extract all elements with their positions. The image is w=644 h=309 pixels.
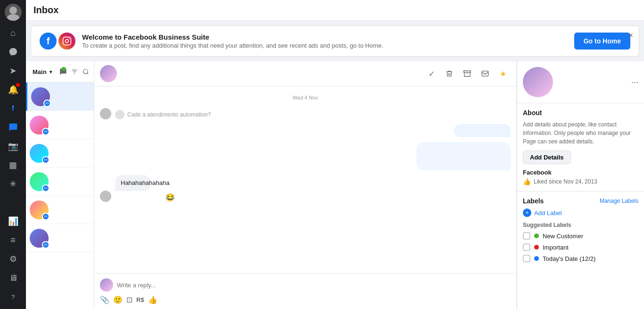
inbox-filter-dropdown[interactable]: Main ▼ xyxy=(30,67,56,77)
help-icon[interactable]: ? xyxy=(5,288,22,305)
content-row: Main ▼ m xyxy=(26,61,644,309)
inbox-list: Main ▼ m xyxy=(26,61,94,309)
reply-input-row xyxy=(100,278,511,292)
liked-since-text: Liked since Nov 24, 2013 xyxy=(534,178,597,185)
right-panel: ··· About Add details about people, like… xyxy=(517,61,644,309)
analytics-icon[interactable]: 📊 xyxy=(5,213,22,230)
delete-button[interactable] xyxy=(442,66,457,81)
conversation-header: ✓ ★ xyxy=(94,61,516,86)
label-item-new-customer: New Customer xyxy=(523,232,638,240)
conversation-item[interactable]: m xyxy=(26,111,94,139)
send-icon[interactable]: ➤ xyxy=(5,62,22,79)
profile-avatar xyxy=(523,67,553,97)
welcome-banner: f Welcome to Facebook Business Suite To … xyxy=(31,25,639,57)
main-wrapper: Inbox f Welcome to Facebook Business Sui… xyxy=(26,0,644,309)
message-avatar xyxy=(100,108,111,119)
banner-logos: f xyxy=(40,33,75,50)
label-item-important: Important xyxy=(523,243,638,251)
label-item-today: Today's Date (12/2) xyxy=(523,255,638,262)
template-button[interactable]: ⊡ xyxy=(126,295,132,304)
conversation-item[interactable]: m xyxy=(26,167,94,196)
user-avatar[interactable] xyxy=(5,4,22,21)
conv-avatar: m xyxy=(30,200,49,219)
add-label-button[interactable]: + Add Label xyxy=(523,209,638,217)
banner-description: To create a post, find any additional th… xyxy=(82,42,568,49)
message-text: Hahahahahahaha xyxy=(121,179,169,186)
mark-done-button[interactable]: ✓ xyxy=(424,66,439,81)
svg-point-0 xyxy=(9,7,17,14)
suggested-labels-title: Suggested Labels xyxy=(523,222,638,228)
about-section: About Add details about people, like con… xyxy=(517,103,644,192)
conversation-item[interactable]: m xyxy=(26,196,94,224)
conv-avatar: m xyxy=(30,229,49,248)
reply-user-avatar xyxy=(100,278,113,292)
banner-close-button[interactable]: × xyxy=(628,31,633,41)
home-icon[interactable]: ⌂ xyxy=(5,25,22,42)
message-reaction: 😂 xyxy=(165,193,175,202)
label-text: New Customer xyxy=(543,233,583,240)
automation-message: Cade a atendimento automation? xyxy=(115,110,211,119)
reply-box: 📎 🙂 ⊡ R$ 👍 xyxy=(94,273,516,309)
more-options-button[interactable]: ··· xyxy=(631,77,638,87)
messenger-icon[interactable] xyxy=(5,43,22,60)
email-button[interactable] xyxy=(478,66,493,81)
currency-button[interactable]: R$ xyxy=(136,296,144,303)
platform-badge-messenger: m xyxy=(42,128,50,135)
inbox-active-icon[interactable] xyxy=(5,119,22,136)
star-button[interactable]: ★ xyxy=(495,66,511,81)
search-inbox-button[interactable] xyxy=(82,65,90,78)
instagram-icon[interactable]: 📷 xyxy=(5,138,22,155)
message-bubble: Hahahahahahaha xyxy=(115,175,151,191)
conversation-panel: ✓ ★ Wed 4 Nov xyxy=(94,61,517,309)
attachment-button[interactable]: 📎 xyxy=(100,295,109,304)
message-row xyxy=(100,142,511,170)
pages-icon[interactable]: ▦ xyxy=(5,157,22,174)
svg-point-8 xyxy=(83,69,88,74)
facebook-page-icon[interactable]: f xyxy=(5,100,22,117)
new-message-button[interactable] xyxy=(59,65,67,78)
archive-button[interactable] xyxy=(460,66,475,81)
platform-badge-messenger: m xyxy=(42,156,50,164)
contact-avatar xyxy=(100,65,117,82)
platform-badge-messenger: m xyxy=(42,213,50,220)
inbox-toolbar: Main ▼ xyxy=(26,61,94,83)
label-checkbox[interactable] xyxy=(523,255,530,262)
message-row xyxy=(100,124,511,137)
automation-icon xyxy=(115,110,124,119)
conversation-messages: Wed 4 Nov Cade a atendimento automation? xyxy=(94,86,516,273)
label-color-dot xyxy=(534,234,539,238)
hamburger-menu-icon[interactable]: ≡ xyxy=(5,232,22,249)
asterisk-icon[interactable]: ✳ xyxy=(5,175,22,192)
platform-badge-messenger: m xyxy=(42,241,50,249)
label-text: Today's Date (12/2) xyxy=(543,255,595,262)
conversation-item[interactable]: m xyxy=(26,139,94,167)
message-bubble xyxy=(416,142,511,170)
about-description: Add details about people, like contact i… xyxy=(523,120,638,146)
add-details-button[interactable]: Add Details xyxy=(523,150,571,164)
desktop-icon[interactable]: 🖥 xyxy=(5,269,22,286)
like-button[interactable]: 👍 xyxy=(148,295,157,304)
notifications-icon[interactable]: 🔔 xyxy=(5,81,22,98)
platform-badge-messenger: m xyxy=(42,184,50,192)
conversation-actions: ✓ ★ xyxy=(424,66,511,81)
about-title: About xyxy=(523,109,638,117)
settings-icon[interactable]: ⚙ xyxy=(5,251,22,267)
banner-title: Welcome to Facebook Business Suite xyxy=(82,33,568,41)
conv-avatar: m xyxy=(31,87,50,106)
reply-input[interactable] xyxy=(117,280,511,291)
conversation-item[interactable]: m xyxy=(26,83,94,111)
svg-rect-11 xyxy=(482,71,488,76)
conversation-item[interactable]: m xyxy=(26,224,94,252)
filter-options-button[interactable] xyxy=(70,65,79,78)
labels-section: Labels Manage Labels + Add Label Suggest… xyxy=(517,192,644,272)
go-to-home-button[interactable]: Go to Home xyxy=(574,33,630,50)
label-checkbox[interactable] xyxy=(523,232,530,240)
label-checkbox[interactable] xyxy=(523,243,530,251)
emoji-button[interactable]: 🙂 xyxy=(113,295,123,304)
labels-header: Labels Manage Labels xyxy=(523,197,638,205)
message-row: Hahahahahahaha 😂 xyxy=(100,175,511,202)
manage-labels-link[interactable]: Manage Labels xyxy=(600,198,638,204)
labels-title: Labels xyxy=(523,197,544,205)
filter-label: Main xyxy=(33,68,47,75)
svg-rect-9 xyxy=(464,71,471,72)
